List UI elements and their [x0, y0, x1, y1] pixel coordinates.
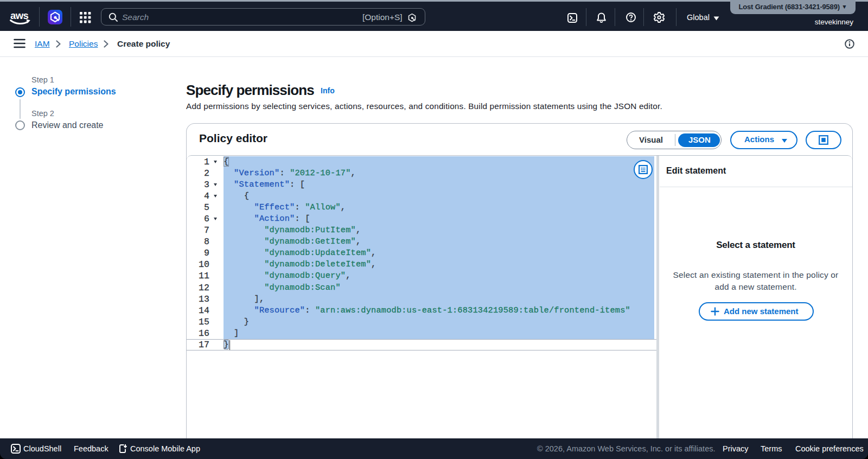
svg-text:aws: aws — [10, 10, 28, 21]
